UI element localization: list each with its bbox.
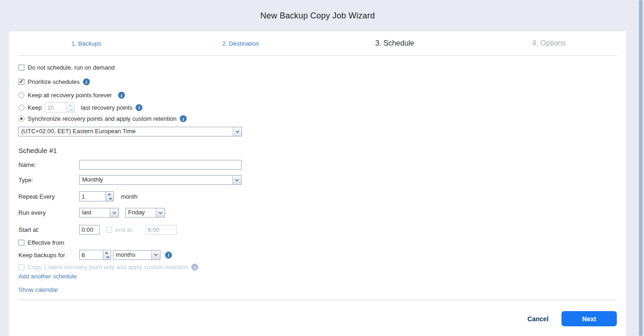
spinner-arrows[interactable] bbox=[106, 191, 114, 201]
type-label: Type: bbox=[18, 177, 79, 183]
start-at-row: Start at: end at: bbox=[18, 225, 617, 235]
effective-from-checkbox[interactable] bbox=[18, 240, 24, 246]
keep-count-spinner bbox=[45, 102, 75, 112]
end-at-checkbox bbox=[106, 227, 112, 233]
info-icon: i bbox=[191, 264, 198, 271]
name-row: Name: bbox=[18, 160, 617, 170]
tab-destination[interactable]: 2. Destination bbox=[164, 40, 318, 47]
chevron-down-icon bbox=[233, 127, 242, 136]
spinner-up-icon[interactable] bbox=[103, 250, 111, 255]
run-on-demand-checkbox[interactable] bbox=[18, 65, 24, 71]
spinner-up-icon bbox=[67, 103, 74, 107]
info-icon[interactable]: i bbox=[180, 115, 187, 122]
window-header: New Backup Copy Job Wizard bbox=[9, 0, 626, 31]
wizard-window: New Backup Copy Job Wizard 1. Backups 2.… bbox=[0, 0, 644, 336]
copy-latest-label: Copy 1 latest recovery point only and ap… bbox=[28, 264, 188, 271]
prioritize-checkbox[interactable]: ✓ bbox=[18, 79, 24, 85]
name-label: Name: bbox=[18, 161, 79, 168]
info-icon[interactable]: i bbox=[83, 78, 90, 85]
keep-backups-label: Keep backups for bbox=[18, 252, 79, 259]
end-at-label: end at: bbox=[115, 226, 134, 233]
effective-from-label: Effective from bbox=[28, 239, 64, 246]
repeat-every-unit: month bbox=[121, 193, 137, 200]
retention-sync-radio[interactable] bbox=[18, 116, 24, 122]
retention-keep-suffix: last recovery points bbox=[81, 104, 132, 111]
spinner-arrows bbox=[66, 102, 75, 112]
info-icon[interactable]: i bbox=[136, 104, 142, 111]
tab-options: 4. Options bbox=[472, 39, 626, 47]
spinner-up-icon[interactable] bbox=[106, 192, 113, 196]
timezone-row: (UTC+02:00, EET) Eastern European Time bbox=[18, 127, 617, 136]
run-on-demand-row: Do not schedule, run on demand bbox=[18, 64, 617, 71]
run-every-ordinal-select[interactable]: last bbox=[79, 208, 119, 218]
timezone-value: (UTC+02:00, EET) Eastern European Time bbox=[19, 127, 233, 136]
retention-sync-label: Synchronize recovery points and apply cu… bbox=[28, 115, 177, 122]
prioritize-row: ✓ Prioritize schedules i bbox=[18, 78, 617, 85]
copy-latest-checkbox bbox=[18, 264, 24, 270]
schedule-step-content: Do not schedule, run on demand ✓ Priorit… bbox=[9, 64, 626, 293]
run-every-weekday-value: Friday bbox=[126, 208, 156, 217]
repeat-every-row: Repeat Every month bbox=[18, 191, 617, 201]
chevron-down-icon bbox=[156, 208, 165, 217]
start-at-input[interactable] bbox=[79, 225, 100, 235]
spinner-arrows[interactable] bbox=[103, 250, 111, 260]
tab-schedule[interactable]: 3. Schedule bbox=[318, 39, 472, 47]
keep-backups-unit-select[interactable]: months bbox=[113, 250, 160, 260]
keep-backups-spinner[interactable] bbox=[79, 250, 111, 260]
tabs-divider bbox=[18, 55, 617, 56]
info-icon[interactable]: i bbox=[165, 252, 172, 259]
scrollbar-track[interactable] bbox=[635, 0, 644, 336]
retention-forever-label: Keep all recovery points forever bbox=[28, 92, 112, 99]
keep-count-input bbox=[45, 102, 67, 112]
next-button[interactable]: Next bbox=[561, 311, 617, 326]
repeat-every-spinner[interactable] bbox=[79, 191, 114, 201]
name-input[interactable] bbox=[79, 160, 242, 170]
spinner-down-icon[interactable] bbox=[106, 196, 113, 201]
prioritize-label: Prioritize schedules bbox=[28, 78, 80, 85]
scrollbar-thumb[interactable] bbox=[639, 0, 643, 336]
schedule-heading: Schedule #1 bbox=[18, 147, 617, 154]
chevron-down-icon bbox=[151, 251, 160, 259]
retention-keep-radio[interactable] bbox=[18, 105, 24, 111]
retention-forever-radio[interactable] bbox=[18, 92, 24, 98]
wizard-steps: 1. Backups 2. Destination 3. Schedule 4.… bbox=[9, 31, 626, 55]
keep-backups-unit-value: months bbox=[113, 251, 151, 259]
retention-keep-row: Keep last recovery points i bbox=[18, 102, 617, 112]
tab-backups[interactable]: 1. Backups bbox=[9, 40, 164, 47]
repeat-every-input[interactable] bbox=[79, 191, 106, 201]
show-calendar-link[interactable]: Show calendar bbox=[18, 286, 58, 293]
chevron-down-icon bbox=[232, 176, 241, 184]
type-value: Monthly bbox=[80, 176, 232, 184]
retention-sync-row: Synchronize recovery points and apply cu… bbox=[18, 115, 617, 122]
chevron-down-icon bbox=[110, 208, 118, 217]
wizard-panel: 1. Backups 2. Destination 3. Schedule 4.… bbox=[9, 31, 626, 336]
copy-latest-row: Copy 1 latest recovery point only and ap… bbox=[18, 264, 617, 271]
spinner-down-icon bbox=[67, 107, 74, 112]
run-every-weekday-select[interactable]: Friday bbox=[125, 208, 165, 218]
type-select[interactable]: Monthly bbox=[79, 175, 242, 185]
run-every-ordinal-value: last bbox=[80, 208, 110, 217]
end-at-input bbox=[146, 225, 177, 235]
keep-backups-input[interactable] bbox=[79, 250, 103, 260]
footer: Cancel Next bbox=[9, 300, 626, 326]
keep-backups-row: Keep backups for months i bbox=[18, 250, 617, 260]
type-row: Type: Monthly bbox=[18, 175, 617, 185]
add-another-schedule-link[interactable]: Add another schedule bbox=[18, 273, 77, 280]
info-icon[interactable]: i bbox=[118, 92, 125, 99]
window-title: New Backup Copy Job Wizard bbox=[260, 11, 375, 21]
timezone-select[interactable]: (UTC+02:00, EET) Eastern European Time bbox=[18, 127, 242, 136]
check-icon: ✓ bbox=[19, 78, 24, 85]
retention-forever-row: Keep all recovery points forever i bbox=[18, 92, 617, 99]
run-every-label: Run every bbox=[18, 209, 79, 216]
run-every-row: Run every last Friday bbox=[18, 208, 617, 218]
retention-keep-prefix: Keep bbox=[28, 104, 41, 111]
cancel-button[interactable]: Cancel bbox=[527, 315, 549, 323]
run-on-demand-label: Do not schedule, run on demand bbox=[28, 64, 115, 71]
spinner-down-icon[interactable] bbox=[103, 255, 111, 259]
start-at-label: Start at: bbox=[18, 226, 79, 233]
effective-from-row: Effective from bbox=[18, 239, 617, 246]
repeat-every-label: Repeat Every bbox=[18, 193, 79, 200]
